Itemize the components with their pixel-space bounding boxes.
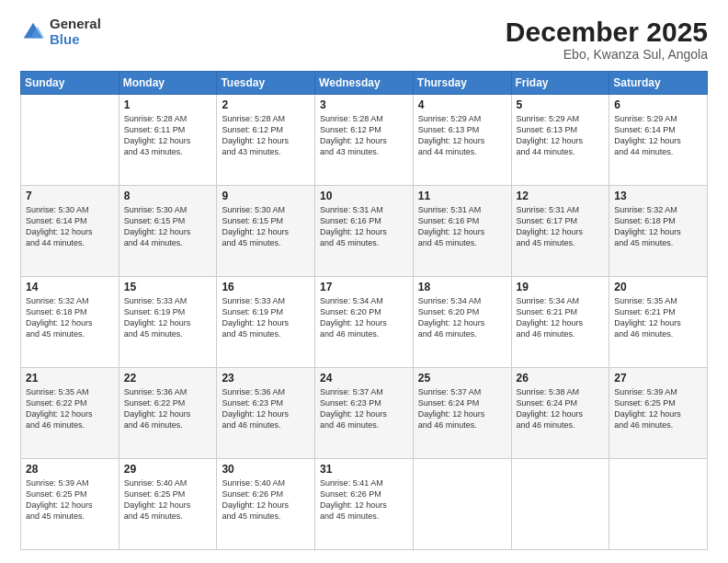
day-info: Sunrise: 5:40 AM Sunset: 6:25 PM Dayligh… — [124, 477, 212, 523]
calendar-subtitle: Ebo, Kwanza Sul, Angola — [506, 47, 708, 62]
calendar-week-row: 14Sunrise: 5:32 AM Sunset: 6:18 PM Dayli… — [21, 277, 708, 368]
day-number: 4 — [418, 98, 506, 111]
header-wednesday: Wednesday — [315, 72, 414, 95]
day-number: 8 — [124, 190, 212, 202]
logo: General Blue — [20, 17, 101, 47]
day-info: Sunrise: 5:28 AM Sunset: 6:11 PM Dayligh… — [124, 113, 212, 158]
calendar-week-row: 1Sunrise: 5:28 AM Sunset: 6:11 PM Daylig… — [21, 95, 708, 186]
table-row: 1Sunrise: 5:28 AM Sunset: 6:11 PM Daylig… — [119, 95, 217, 186]
day-number: 30 — [222, 463, 310, 476]
day-number: 15 — [124, 281, 212, 293]
calendar-table: Sunday Monday Tuesday Wednesday Thursday… — [20, 71, 708, 550]
table-row: 5Sunrise: 5:29 AM Sunset: 6:13 PM Daylig… — [511, 95, 609, 186]
day-info: Sunrise: 5:30 AM Sunset: 6:15 PM Dayligh… — [124, 204, 212, 249]
day-info: Sunrise: 5:31 AM Sunset: 6:16 PM Dayligh… — [320, 204, 408, 249]
header-monday: Monday — [119, 72, 217, 95]
day-number: 27 — [614, 372, 702, 385]
day-info: Sunrise: 5:39 AM Sunset: 6:25 PM Dayligh… — [26, 477, 114, 523]
table-row: 10Sunrise: 5:31 AM Sunset: 6:16 PM Dayli… — [315, 186, 414, 277]
table-row: 15Sunrise: 5:33 AM Sunset: 6:19 PM Dayli… — [119, 277, 217, 368]
logo-text: General Blue — [50, 17, 101, 47]
table-row: 24Sunrise: 5:37 AM Sunset: 6:23 PM Dayli… — [315, 368, 414, 459]
header: General Blue December 2025 Ebo, Kwanza S… — [20, 17, 708, 62]
day-info: Sunrise: 5:37 AM Sunset: 6:24 PM Dayligh… — [418, 386, 506, 431]
table-row: 19Sunrise: 5:34 AM Sunset: 6:21 PM Dayli… — [511, 277, 609, 368]
header-friday: Friday — [511, 72, 609, 95]
day-number: 26 — [517, 372, 605, 385]
table-row: 31Sunrise: 5:41 AM Sunset: 6:26 PM Dayli… — [315, 459, 414, 550]
day-number: 1 — [124, 98, 212, 111]
day-info: Sunrise: 5:32 AM Sunset: 6:18 PM Dayligh… — [614, 204, 702, 249]
day-number: 25 — [418, 372, 506, 385]
day-info: Sunrise: 5:28 AM Sunset: 6:12 PM Dayligh… — [320, 113, 408, 158]
table-row: 3Sunrise: 5:28 AM Sunset: 6:12 PM Daylig… — [315, 95, 414, 186]
day-info: Sunrise: 5:30 AM Sunset: 6:14 PM Dayligh… — [26, 204, 114, 249]
day-info: Sunrise: 5:34 AM Sunset: 6:20 PM Dayligh… — [320, 295, 408, 340]
day-number: 9 — [222, 190, 310, 202]
day-number: 29 — [124, 463, 212, 476]
table-row: 30Sunrise: 5:40 AM Sunset: 6:26 PM Dayli… — [217, 459, 315, 550]
day-number: 23 — [222, 372, 310, 385]
calendar-week-row: 28Sunrise: 5:39 AM Sunset: 6:25 PM Dayli… — [21, 459, 708, 550]
table-row: 12Sunrise: 5:31 AM Sunset: 6:17 PM Dayli… — [511, 186, 609, 277]
day-number: 10 — [320, 190, 408, 202]
day-number: 22 — [124, 372, 212, 385]
table-row: 28Sunrise: 5:39 AM Sunset: 6:25 PM Dayli… — [21, 459, 119, 550]
day-info: Sunrise: 5:41 AM Sunset: 6:26 PM Dayligh… — [320, 477, 408, 523]
calendar-title: December 2025 — [506, 17, 708, 47]
calendar-week-row: 21Sunrise: 5:35 AM Sunset: 6:22 PM Dayli… — [21, 368, 708, 459]
day-number: 11 — [418, 190, 506, 202]
day-info: Sunrise: 5:28 AM Sunset: 6:12 PM Dayligh… — [222, 113, 310, 158]
page: General Blue December 2025 Ebo, Kwanza S… — [0, 0, 728, 563]
day-number: 6 — [614, 98, 702, 111]
table-row: 16Sunrise: 5:33 AM Sunset: 6:19 PM Dayli… — [217, 277, 315, 368]
day-info: Sunrise: 5:34 AM Sunset: 6:21 PM Dayligh… — [517, 295, 605, 340]
table-row: 23Sunrise: 5:36 AM Sunset: 6:23 PM Dayli… — [217, 368, 315, 459]
table-row: 2Sunrise: 5:28 AM Sunset: 6:12 PM Daylig… — [217, 95, 315, 186]
day-info: Sunrise: 5:33 AM Sunset: 6:19 PM Dayligh… — [222, 295, 310, 340]
table-row: 18Sunrise: 5:34 AM Sunset: 6:20 PM Dayli… — [413, 277, 511, 368]
header-saturday: Saturday — [609, 72, 708, 95]
day-info: Sunrise: 5:38 AM Sunset: 6:24 PM Dayligh… — [517, 386, 605, 431]
table-row: 6Sunrise: 5:29 AM Sunset: 6:14 PM Daylig… — [609, 95, 708, 186]
table-row: 29Sunrise: 5:40 AM Sunset: 6:25 PM Dayli… — [119, 459, 217, 550]
logo-blue-text: Blue — [50, 32, 101, 48]
table-row: 17Sunrise: 5:34 AM Sunset: 6:20 PM Dayli… — [315, 277, 414, 368]
table-row: 21Sunrise: 5:35 AM Sunset: 6:22 PM Dayli… — [21, 368, 119, 459]
header-tuesday: Tuesday — [217, 72, 315, 95]
calendar-week-row: 7Sunrise: 5:30 AM Sunset: 6:14 PM Daylig… — [21, 186, 708, 277]
header-thursday: Thursday — [413, 72, 511, 95]
day-info: Sunrise: 5:36 AM Sunset: 6:22 PM Dayligh… — [124, 386, 212, 431]
day-info: Sunrise: 5:35 AM Sunset: 6:21 PM Dayligh… — [614, 295, 702, 340]
table-row: 11Sunrise: 5:31 AM Sunset: 6:16 PM Dayli… — [413, 186, 511, 277]
day-number: 2 — [222, 98, 310, 111]
day-number: 21 — [26, 372, 114, 385]
table-row: 25Sunrise: 5:37 AM Sunset: 6:24 PM Dayli… — [413, 368, 511, 459]
logo-icon — [20, 19, 46, 45]
day-number: 12 — [517, 190, 605, 202]
table-row: 26Sunrise: 5:38 AM Sunset: 6:24 PM Dayli… — [511, 368, 609, 459]
day-number: 16 — [222, 281, 310, 293]
table-row: 9Sunrise: 5:30 AM Sunset: 6:15 PM Daylig… — [217, 186, 315, 277]
table-row — [413, 459, 511, 550]
weekday-header-row: Sunday Monday Tuesday Wednesday Thursday… — [21, 72, 708, 95]
day-number: 24 — [320, 372, 408, 385]
day-info: Sunrise: 5:35 AM Sunset: 6:22 PM Dayligh… — [26, 386, 114, 431]
day-number: 17 — [320, 281, 408, 293]
day-number: 14 — [26, 281, 114, 293]
title-block: December 2025 Ebo, Kwanza Sul, Angola — [506, 17, 708, 62]
table-row: 20Sunrise: 5:35 AM Sunset: 6:21 PM Dayli… — [609, 277, 708, 368]
day-number: 13 — [614, 190, 702, 202]
day-info: Sunrise: 5:36 AM Sunset: 6:23 PM Dayligh… — [222, 386, 310, 431]
day-info: Sunrise: 5:34 AM Sunset: 6:20 PM Dayligh… — [418, 295, 506, 340]
header-sunday: Sunday — [21, 72, 119, 95]
day-info: Sunrise: 5:39 AM Sunset: 6:25 PM Dayligh… — [614, 386, 702, 431]
day-info: Sunrise: 5:29 AM Sunset: 6:14 PM Dayligh… — [614, 113, 702, 158]
day-number: 5 — [517, 98, 605, 111]
day-number: 7 — [26, 190, 114, 202]
day-info: Sunrise: 5:31 AM Sunset: 6:17 PM Dayligh… — [517, 204, 605, 249]
day-info: Sunrise: 5:37 AM Sunset: 6:23 PM Dayligh… — [320, 386, 408, 431]
day-number: 20 — [614, 281, 702, 293]
day-info: Sunrise: 5:33 AM Sunset: 6:19 PM Dayligh… — [124, 295, 212, 340]
day-number: 19 — [517, 281, 605, 293]
